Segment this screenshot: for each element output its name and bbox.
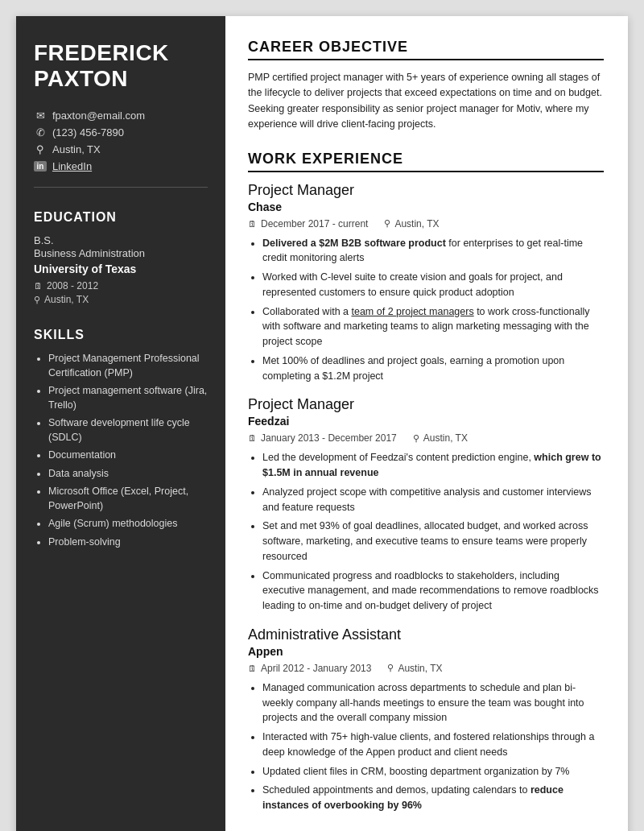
objective-text: PMP certified project manager with 5+ ye… (248, 70, 604, 133)
linkedin-item[interactable]: in LinkedIn (34, 160, 208, 172)
name-line2: PAXTON (34, 66, 128, 91)
edu-degree: B.S. (34, 234, 208, 246)
skill-item: Data analysis (48, 467, 208, 482)
email-text: fpaxton@email.com (52, 110, 145, 122)
location-item: ⚲ Austin, TX (34, 143, 208, 155)
work-experience-section: WORK EXPERIENCE Project ManagerChase🗓Dec… (248, 151, 604, 813)
skills-section: SKILLS Project Management Professional C… (34, 328, 208, 825)
job-block: Project ManagerChase🗓December 2017 - cur… (248, 182, 604, 384)
candidate-name: FREDERICK PAXTON (34, 40, 208, 92)
email-icon: ✉ (34, 110, 47, 122)
education-title: EDUCATION (34, 210, 208, 225)
education-section: EDUCATION B.S. Business Administration U… (34, 210, 208, 305)
job-meta: 🗓April 2012 - January 2013⚲Austin, TX (248, 663, 604, 674)
job-bullet: Communicated progress and roadblocks to … (262, 568, 604, 614)
job-bullet: Managed communication across departments… (262, 680, 604, 726)
skill-item: Project Management Professional Certific… (48, 352, 208, 380)
job-meta: 🗓January 2013 - December 2017⚲Austin, TX (248, 432, 604, 444)
edu-location: ⚲ Austin, TX (34, 294, 208, 305)
skills-title: SKILLS (34, 328, 208, 342)
skill-item: Problem-solving (48, 535, 208, 550)
job-title: Administrative Assistant (248, 626, 604, 643)
edu-university: University of Texas (34, 263, 208, 275)
job-bullets: Managed communication across departments… (248, 680, 604, 813)
email-item: ✉ fpaxton@email.com (34, 110, 208, 122)
job-bullet: Delivered a $2M B2B software product for… (262, 236, 604, 267)
job-block: Project ManagerFeedzai🗓January 2013 - De… (248, 396, 604, 614)
job-location: ⚲Austin, TX (384, 218, 439, 229)
phone-icon: ✆ (34, 126, 47, 138)
pin-icon: ⚲ (384, 218, 390, 229)
career-objective-section: CAREER OBJECTIVE PMP certified project m… (248, 39, 604, 133)
job-bullets: Led the development of Feedzai's content… (248, 450, 604, 614)
edu-loc-icon: ⚲ (34, 295, 40, 305)
phone-item: ✆ (123) 456-7890 (34, 126, 208, 138)
company-name: Feedzai (248, 415, 604, 428)
contact-section: ✉ fpaxton@email.com ✆ (123) 456-7890 ⚲ A… (34, 110, 208, 188)
job-title: Project Manager (248, 396, 604, 413)
job-dates: 🗓December 2017 - current (248, 218, 368, 229)
pin-icon: ⚲ (387, 663, 394, 673)
skill-item: Software development life cycle (SDLC) (48, 416, 208, 444)
job-bullets: Delivered a $2M B2B software product for… (248, 236, 604, 384)
name-line1: FREDERICK (34, 40, 169, 65)
edu-major: Business Administration (34, 247, 208, 259)
cal-icon: 🗓 (248, 219, 257, 229)
company-name: Chase (248, 201, 604, 213)
job-bullet: Set and met 93% of goal deadlines, alloc… (262, 519, 604, 564)
job-bullet: Worked with C-level suite to create visi… (262, 270, 604, 300)
work-experience-header: WORK EXPERIENCE (248, 151, 604, 172)
edu-cal-icon: 🗓 (34, 281, 43, 291)
job-bullet: Scheduled appointments and demos, updati… (262, 783, 604, 813)
location-text: Austin, TX (52, 143, 101, 155)
job-bullet: Collaborated with a team of 2 project ma… (262, 304, 604, 349)
main-content: CAREER OBJECTIVE PMP certified project m… (225, 16, 628, 831)
skill-item: Agile (Scrum) methodologies (48, 517, 208, 531)
linkedin-icon: in (34, 161, 47, 172)
location-icon: ⚲ (34, 143, 47, 155)
job-bullet: Analyzed project scope with competitive … (262, 485, 604, 515)
pin-icon: ⚲ (413, 433, 419, 444)
skills-list: Project Management Professional Certific… (34, 352, 208, 549)
skill-item: Project management software (Jira, Trell… (48, 384, 208, 412)
job-bullet: Interacted with 75+ high-value clients, … (262, 730, 604, 760)
job-bullet: Updated client files in CRM, boosting de… (262, 764, 604, 779)
sidebar: FREDERICK PAXTON ✉ fpaxton@email.com ✆ (… (16, 16, 225, 831)
job-meta: 🗓December 2017 - current⚲Austin, TX (248, 218, 604, 229)
job-bullet: Met 100% of deadlines and project goals,… (262, 353, 604, 384)
job-location: ⚲Austin, TX (387, 663, 442, 674)
career-objective-header: CAREER OBJECTIVE (248, 39, 604, 60)
skill-item: Microsoft Office (Excel, Project, PowerP… (48, 485, 208, 513)
skill-item: Documentation (48, 449, 208, 463)
job-location: ⚲Austin, TX (413, 432, 468, 444)
jobs-container: Project ManagerChase🗓December 2017 - cur… (248, 182, 604, 813)
phone-text: (123) 456-7890 (52, 126, 124, 138)
linkedin-link[interactable]: LinkedIn (52, 160, 92, 172)
cal-icon: 🗓 (248, 664, 257, 673)
job-bullet: Led the development of Feedzai's content… (262, 450, 604, 481)
cal-icon: 🗓 (248, 433, 257, 443)
job-title: Project Manager (248, 182, 604, 199)
resume-container: FREDERICK PAXTON ✉ fpaxton@email.com ✆ (… (16, 16, 628, 831)
job-dates: 🗓April 2012 - January 2013 (248, 663, 371, 674)
job-dates: 🗓January 2013 - December 2017 (248, 432, 397, 444)
edu-years: 🗓 2008 - 2012 (34, 280, 208, 291)
job-block: Administrative AssistantAppen🗓April 2012… (248, 626, 604, 813)
company-name: Appen (248, 645, 604, 658)
